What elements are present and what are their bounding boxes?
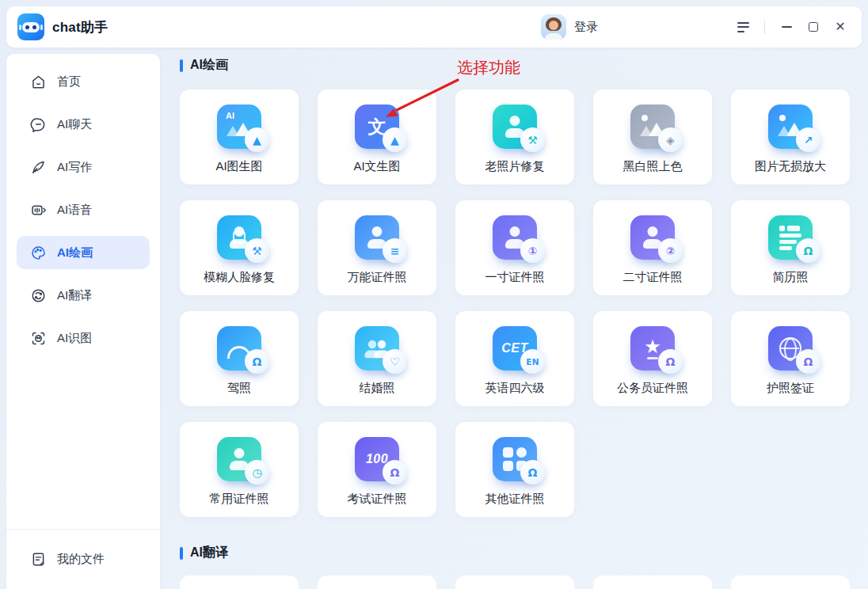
two-inch-id-photo-icon: ② <box>630 215 675 260</box>
card-label: 二寸证件照 <box>623 270 683 285</box>
card-label: 老照片修复 <box>485 159 545 174</box>
resume-photo-icon: Ω <box>768 215 813 260</box>
card-label: 其他证件照 <box>485 492 545 507</box>
old-photo-restore-icon: ⚒ <box>493 104 537 149</box>
sidebar-item-label: AI语音 <box>57 203 92 218</box>
card-cet-english[interactable]: CETEN英语四六级 <box>455 311 574 406</box>
section-accent-bar <box>180 59 183 72</box>
palette-icon <box>30 245 47 261</box>
one-inch-id-photo-icon: ① <box>493 215 537 260</box>
card-label: 黑白照上色 <box>623 159 683 174</box>
sidebar-item-ai-recognize[interactable]: AI识图 <box>17 321 150 355</box>
card-common-id-photo[interactable]: ◷常用证件照 <box>180 422 299 517</box>
feather-icon <box>30 159 47 176</box>
card-image-upscale[interactable]: ↗图片无损放大 <box>731 89 850 184</box>
ai-image-to-image-icon: AI▲ <box>217 104 261 149</box>
window-titlebar: chat助手 登录 ✕ <box>6 6 862 48</box>
home-icon <box>30 74 47 90</box>
card-universal-id-photo[interactable]: ≡万能证件照 <box>318 200 436 295</box>
close-button[interactable]: ✕ <box>830 17 851 37</box>
partial-card[interactable] <box>180 576 299 589</box>
sidebar-item-label: 首页 <box>57 74 81 89</box>
common-id-photo-badge-icon: ◷ <box>245 460 269 484</box>
passport-visa-badge-icon: Ω <box>796 349 820 374</box>
card-blurry-face-restore[interactable]: ⚒模糊人脸修复 <box>180 200 299 295</box>
card-label: 结婚照 <box>360 381 395 396</box>
old-photo-restore-badge-icon: ⚒ <box>520 127 545 152</box>
partial-card[interactable] <box>318 576 436 589</box>
sidebar-item-ai-writing[interactable]: AI写作 <box>17 150 150 184</box>
card-one-inch-id-photo[interactable]: ①一寸证件照 <box>455 200 574 295</box>
partial-card[interactable] <box>593 576 712 589</box>
card-label: 一寸证件照 <box>485 270 545 285</box>
partial-card[interactable] <box>455 576 574 589</box>
minimize-button[interactable] <box>776 17 797 37</box>
card-drivers-license[interactable]: Ω驾照 <box>180 311 299 406</box>
app-title: chat助手 <box>52 18 108 36</box>
cet-english-badge-icon: EN <box>520 349 545 374</box>
card-bw-photo-colorize[interactable]: ◈黑白照上色 <box>593 89 712 184</box>
card-label: 简历照 <box>773 270 809 285</box>
ai-text-to-image-badge-icon: ▲ <box>383 127 407 152</box>
user-avatar[interactable] <box>541 14 566 40</box>
sidebar-item-home[interactable]: 首页 <box>17 65 150 98</box>
universal-id-photo-badge-icon: ≡ <box>383 238 407 263</box>
sidebar-item-label: AI写作 <box>57 160 92 175</box>
other-id-photo-badge-icon: Ω <box>520 460 545 484</box>
sidebar-item-label: AI识图 <box>57 331 92 346</box>
civil-servant-id-icon: ★Ω <box>630 326 675 370</box>
resume-photo-badge-icon: Ω <box>796 238 820 263</box>
maximize-button[interactable] <box>803 17 824 37</box>
card-two-inch-id-photo[interactable]: ②二寸证件照 <box>593 200 712 295</box>
menu-icon[interactable] <box>733 17 753 37</box>
card-ai-text-to-image[interactable]: 文▲AI文生图 <box>318 89 436 184</box>
drivers-license-icon: Ω <box>217 326 261 370</box>
card-label: 考试证件照 <box>348 492 407 507</box>
sidebar-item-ai-drawing[interactable]: AI绘画 <box>17 236 150 269</box>
exam-id-photo-badge-icon: Ω <box>383 460 407 484</box>
bw-photo-colorize-badge-icon: ◈ <box>658 127 683 152</box>
titlebar-divider <box>764 21 765 34</box>
card-exam-id-photo[interactable]: 100Ω考试证件照 <box>318 422 436 517</box>
card-label: 万能证件照 <box>348 270 407 285</box>
sidebar-item-my-files[interactable]: 我的文件 <box>17 542 150 576</box>
sidebar-item-ai-chat[interactable]: AI聊天 <box>17 108 150 141</box>
section-accent-bar <box>180 547 183 560</box>
card-old-photo-restore[interactable]: ⚒老照片修复 <box>455 89 574 184</box>
ai-image-to-image-badge-icon: ▲ <box>245 127 269 152</box>
card-other-id-photo[interactable]: Ω其他证件照 <box>455 422 574 517</box>
card-label: 护照签证 <box>767 381 814 396</box>
other-id-photo-icon: Ω <box>493 437 537 481</box>
card-ai-image-to-image[interactable]: AI▲AI图生图 <box>180 89 299 184</box>
card-civil-servant-id[interactable]: ★Ω公务员证件照 <box>593 311 712 406</box>
ai-text-to-image-icon: 文▲ <box>355 104 399 149</box>
blurry-face-restore-badge-icon: ⚒ <box>245 238 269 263</box>
scan-face-icon <box>30 330 47 347</box>
sidebar-item-ai-voice[interactable]: AI语音 <box>17 193 150 226</box>
card-passport-visa[interactable]: Ω护照签证 <box>731 311 850 406</box>
card-resume-photo[interactable]: Ω简历照 <box>731 200 850 295</box>
card-wedding-photo[interactable]: ♡结婚照 <box>318 311 436 406</box>
login-button[interactable]: 登录 <box>574 20 598 35</box>
partial-card[interactable] <box>731 576 850 589</box>
cet-english-icon: CETEN <box>493 326 537 370</box>
next-section-cards-partial <box>180 576 850 589</box>
card-label: AI图生图 <box>215 159 262 174</box>
chat-icon <box>30 116 47 133</box>
file-icon <box>30 551 47 568</box>
sidebar-item-label: AI绘画 <box>57 245 93 260</box>
wedding-photo-badge-icon: ♡ <box>383 349 407 374</box>
app-logo-robot-icon <box>17 13 44 40</box>
bw-photo-colorize-icon: ◈ <box>630 104 675 149</box>
card-label: AI文生图 <box>353 159 400 174</box>
card-label: 常用证件照 <box>210 492 269 507</box>
drivers-license-badge-icon: Ω <box>245 349 269 374</box>
feature-card-grid: AI▲AI图生图文▲AI文生图⚒老照片修复◈黑白照上色↗图片无损放大⚒模糊人脸修… <box>180 89 850 517</box>
sidebar: 首页AI聊天AI写作AI语音AI绘画AI翻译AI识图 我的文件 <box>6 54 160 589</box>
blurry-face-restore-icon: ⚒ <box>217 215 261 260</box>
card-label: 模糊人脸修复 <box>204 270 275 285</box>
one-inch-id-photo-badge-icon: ① <box>520 238 545 263</box>
section-header-ai-translate: AI翻译 <box>180 545 228 561</box>
annotation-label: 选择功能 <box>457 57 520 78</box>
sidebar-item-ai-translate[interactable]: AI翻译 <box>17 279 150 312</box>
